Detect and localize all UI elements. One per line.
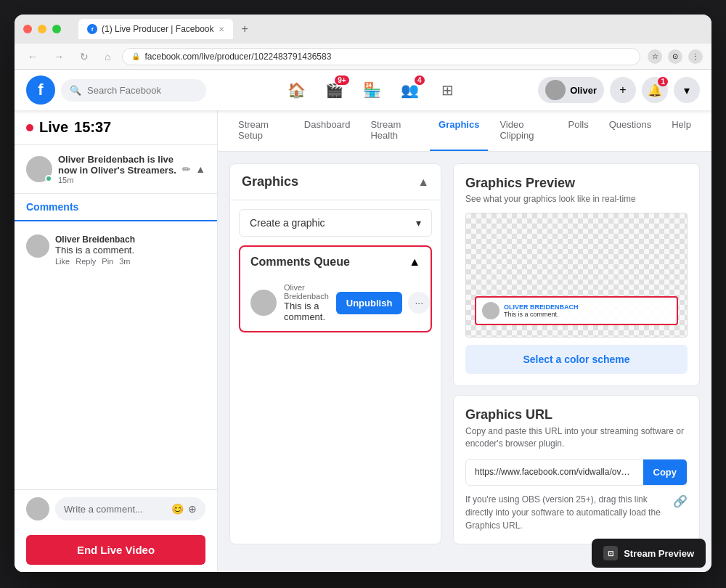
gif-icon[interactable]: ⊕	[188, 503, 197, 515]
extensions-icon[interactable]: ⊙	[668, 49, 682, 64]
tab-video-clipping[interactable]: Video Clipping	[491, 110, 556, 151]
graphics-collapse-icon[interactable]: ▲	[417, 176, 429, 189]
preview-title: Graphics Preview	[465, 176, 688, 191]
comments-section: Oliver Breidenbach This is a comment. Li…	[15, 221, 217, 489]
collapse-icon[interactable]: ▲	[195, 163, 205, 175]
menu-icon[interactable]: ⋮	[688, 49, 703, 64]
like-button[interactable]: Like	[55, 257, 70, 266]
online-indicator	[45, 175, 52, 182]
streamer-details: Oliver Breidenbach is live now in Oliver…	[58, 154, 176, 184]
forward-button[interactable]: →	[49, 49, 68, 64]
create-graphic-arrow: ▾	[416, 217, 421, 229]
nav-home-button[interactable]: 🏠	[280, 73, 314, 107]
comment-text: This is a comment.	[55, 245, 205, 256]
preview-card: Graphics Preview See what your graphics …	[453, 163, 700, 386]
groups-badge: 4	[415, 75, 425, 85]
reply-button[interactable]: Reply	[76, 257, 96, 266]
comment-input-avatar	[26, 497, 49, 520]
tab-polls[interactable]: Polls	[560, 110, 597, 151]
queue-actions: Unpublish ···	[336, 292, 431, 314]
comment-input-box[interactable]: Write a comment... 😊 ⊕	[55, 497, 205, 520]
preview-overlay: OLIVER BREIDENBACH This is a comment.	[475, 296, 678, 325]
new-tab-button[interactable]: +	[242, 23, 248, 36]
pin-button[interactable]: Pin	[102, 257, 113, 266]
queue-header: Comments Queue ▲	[240, 247, 431, 277]
queue-item-avatar	[250, 290, 277, 316]
left-sidebar: Live 15:37 Oliver Breidenbach is live no…	[15, 110, 218, 572]
stream-preview-icon: ⊡	[603, 546, 618, 560]
queue-item-text: This is a comment.	[284, 301, 329, 322]
stream-preview-button[interactable]: ⊡ Stream Preview	[592, 539, 706, 568]
tab-graphics[interactable]: Graphics	[430, 110, 488, 151]
tab-questions[interactable]: Questions	[600, 110, 661, 151]
url-text: https://www.facebook.com/vidwalla/overla…	[466, 460, 643, 484]
timestamp: 3m	[119, 257, 130, 266]
url-card: Graphics URL Copy and paste this URL int…	[453, 395, 700, 544]
watch-badge: 9+	[335, 75, 348, 85]
tab-title: (1) Live Producer | Facebook	[102, 24, 214, 34]
streamer-avatar	[26, 156, 52, 182]
more-options-button[interactable]: ▾	[674, 77, 700, 103]
graphics-title: Graphics	[242, 174, 298, 189]
content-body: Graphics ▲ Create a graphic ▾ Comments Q…	[218, 152, 711, 556]
copy-button[interactable]: Copy	[643, 460, 688, 485]
streamer-time: 15m	[58, 176, 176, 184]
queue-item-author: Oliver Breidenbach	[284, 283, 329, 301]
maximize-icon[interactable]	[52, 25, 61, 33]
home-button[interactable]: ⌂	[100, 49, 115, 64]
reload-button[interactable]: ↻	[76, 49, 93, 64]
browser-addressbar: ← → ↻ ⌂ 🔒 facebook.com/live/producer/102…	[15, 44, 711, 70]
link-icon: 🔗	[673, 493, 688, 510]
comment-body: Oliver Breidenbach This is a comment. Li…	[55, 234, 205, 266]
avatar	[545, 80, 566, 100]
search-input[interactable]	[87, 85, 189, 96]
emoji-icon[interactable]: 😊	[171, 503, 184, 515]
facebook-app: f 🔍 🏠 🎬 9+ 🏪 👥 4 ⊞	[15, 70, 711, 572]
tab-dashboard[interactable]: Dashboard	[295, 110, 359, 151]
minimize-icon[interactable]	[38, 25, 46, 33]
queue-collapse-icon[interactable]: ▲	[409, 256, 420, 269]
comment-input-area: Write a comment... 😊 ⊕	[15, 489, 217, 528]
nav-watch-button[interactable]: 🎬 9+	[317, 73, 352, 107]
lock-icon: 🔒	[131, 52, 140, 60]
nav-marketplace-button[interactable]: 🏪	[355, 73, 390, 107]
address-bar[interactable]: 🔒 facebook.com/live/producer/10224837914…	[122, 48, 640, 65]
edit-icon[interactable]: ✏	[182, 163, 191, 175]
create-graphic-button[interactable]: Create a graphic ▾	[239, 209, 432, 237]
color-scheme-button[interactable]: Select a color scheme	[465, 345, 688, 374]
stream-preview-label: Stream Preview	[624, 548, 694, 559]
comment-author: Oliver Breidenbach	[55, 234, 205, 245]
nav-gaming-button[interactable]: ⊞	[431, 73, 465, 107]
notifications-button[interactable]: 🔔 1	[642, 77, 668, 103]
profile-button[interactable]: Oliver	[538, 77, 604, 103]
facebook-logo: f	[26, 75, 55, 105]
right-content: Stream Setup Dashboard Stream Health Gra…	[218, 110, 711, 572]
nav-groups-button[interactable]: 👥 4	[393, 73, 428, 107]
end-live-button[interactable]: End Live Video	[26, 535, 205, 565]
nav-right: Oliver + 🔔 1 ▾	[538, 77, 700, 103]
overlay-comment: This is a comment.	[504, 311, 671, 318]
url-box: https://www.facebook.com/vidwalla/overla…	[465, 459, 688, 486]
search-bar[interactable]: 🔍	[61, 79, 206, 102]
back-button[interactable]: ←	[23, 49, 42, 64]
close-icon[interactable]	[23, 25, 32, 33]
preview-panel: Graphics Preview See what your graphics …	[453, 163, 700, 544]
tab-stream-health[interactable]: Stream Health	[362, 110, 427, 151]
live-timer: 15:37	[74, 119, 111, 136]
search-icon: 🔍	[70, 85, 81, 96]
comment-placeholder: Write a comment...	[64, 504, 143, 515]
toolbar-icons: ☆ ⊙ ⋮	[648, 49, 703, 64]
notifications-badge: 1	[658, 77, 668, 86]
tab-help[interactable]: Help	[663, 110, 700, 151]
sidebar-tabs: Comments	[15, 194, 217, 221]
tab-comments[interactable]: Comments	[26, 194, 78, 221]
tab-stream-setup[interactable]: Stream Setup	[229, 110, 293, 151]
more-menu-button[interactable]: ···	[408, 292, 430, 314]
graphics-header: Graphics ▲	[230, 164, 441, 200]
browser-tab[interactable]: f (1) Live Producer | Facebook ✕	[78, 19, 233, 39]
tab-close-icon[interactable]: ✕	[219, 25, 224, 33]
star-icon[interactable]: ☆	[648, 49, 662, 64]
url-title: Graphics URL	[465, 407, 688, 422]
add-button[interactable]: +	[610, 77, 636, 103]
unpublish-button[interactable]: Unpublish	[336, 292, 403, 314]
